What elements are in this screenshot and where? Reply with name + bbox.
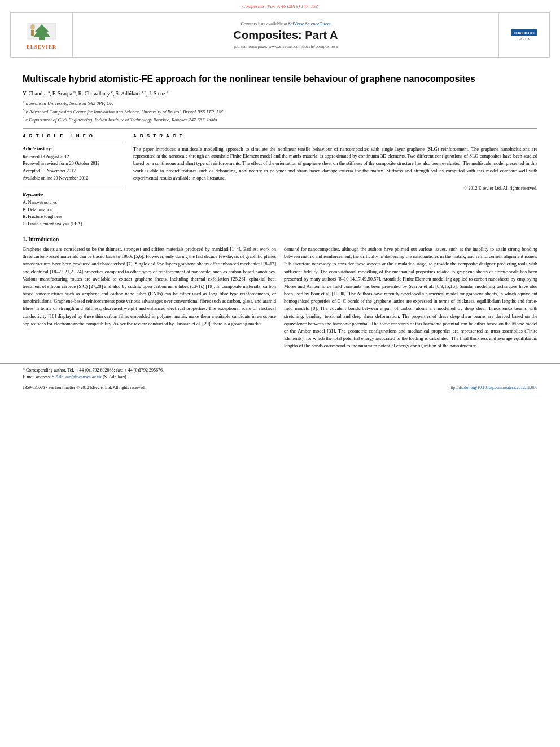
- intro-section: 1. Introduction Graphene sheets are cons…: [23, 236, 537, 350]
- article-content: Multiscale hybrid atomistic-FE approach …: [0, 58, 560, 355]
- abstract-section-header: A B S T R A C T: [133, 133, 537, 138]
- journal-homepage: journal homepage: www.elsevier.com/locat…: [234, 44, 338, 49]
- keywords-label: Keywords:: [23, 192, 124, 198]
- elsevier-logo-section: ELSEVIER: [11, 13, 73, 57]
- email-suffix: (S. Adhikari).: [103, 374, 128, 379]
- elsevier-tree-icon: [25, 20, 59, 43]
- svg-rect-3: [31, 30, 34, 36]
- footnote-text: * Corresponding author. Tel.: +44 (0)179…: [23, 367, 537, 381]
- intro-left-col: Graphene sheets are considered to be the…: [23, 246, 276, 350]
- article-title: Multiscale hybrid atomistic-FE approach …: [23, 73, 537, 85]
- journal-top-label: Composites: Part A 46 (2013) 147–153: [0, 0, 560, 10]
- sciverse-link[interactable]: SciVerse ScienceDirect: [288, 21, 331, 27]
- keywords-divider: [23, 186, 124, 186]
- article-info-section-header: A R T I C L E I N F O: [23, 133, 124, 138]
- accepted-date: Accepted 13 November 2012: [23, 168, 124, 175]
- article-history-label: Article history:: [23, 146, 124, 151]
- composites-logo-box: composites: [511, 29, 537, 36]
- composites-logo-section: composites PART A: [498, 13, 549, 57]
- article-info-divider: [23, 142, 124, 142]
- sciverse-line: Contents lists available at SciVerse Sci…: [241, 21, 331, 27]
- keyword-1: A. Nano-structures: [23, 199, 124, 207]
- abstract-col: A B S T R A C T The paper introduces a m…: [133, 133, 537, 228]
- keywords-section: Keywords: A. Nano-structures B. Delamina…: [23, 192, 124, 228]
- doi-line: http://dx.doi.org/10.1016/j.compositesa.…: [449, 385, 537, 390]
- divider-1: [23, 128, 537, 129]
- keyword-4: C. Finite element analysis (FEA): [23, 221, 124, 228]
- journal-header-center: Contents lists available at SciVerse Sci…: [73, 13, 498, 57]
- intro-section-title: 1. Introduction: [23, 236, 537, 242]
- footer-bottom: 1359-835X/$ - see front matter © 2012 El…: [23, 385, 537, 390]
- header-banner: ELSEVIER Contents lists available at Sci…: [10, 12, 550, 58]
- article-info-abstract: A R T I C L E I N F O Article history: R…: [23, 133, 537, 228]
- intro-two-col: Graphene sheets are considered to be the…: [23, 246, 537, 350]
- composites-logo-sub: PART A: [511, 37, 537, 41]
- intro-right-col: demand for nanocomposites, although the …: [284, 246, 537, 350]
- article-info-col: A R T I C L E I N F O Article history: R…: [23, 133, 124, 228]
- footer: * Corresponding author. Tel.: +44 (0)179…: [0, 363, 560, 394]
- email-link[interactable]: S.Adhikari@swansea.ac.uk: [52, 374, 102, 379]
- keyword-3: B. Fracture toughness: [23, 213, 124, 221]
- elsevier-text: ELSEVIER: [27, 44, 57, 50]
- received-date: Received 13 August 2012: [23, 154, 124, 161]
- journal-title-banner: Composites: Part A: [234, 29, 338, 42]
- abstract-divider: [133, 142, 537, 142]
- online-date: Available online 29 November 2012: [23, 175, 124, 182]
- copyright-line: © 2012 Elsevier Ltd. All rights reserved…: [133, 186, 537, 191]
- svg-point-2: [30, 24, 35, 30]
- email-label: E-mail address:: [23, 374, 51, 379]
- abstract-text: The paper introduces a multiscale modell…: [133, 146, 537, 182]
- doi-link[interactable]: http://dx.doi.org/10.1016/j.compositesa.…: [449, 385, 537, 390]
- intro-right-text: demand for nanocomposites, although the …: [284, 246, 537, 350]
- revised-date: Received in revised form 28 October 2012: [23, 160, 124, 168]
- authors-line: Y. Chandra a, F. Scarpa b, R. Chowdhury …: [23, 90, 537, 97]
- issn-line: 1359-835X/$ - see front matter © 2012 El…: [23, 385, 146, 390]
- intro-left-text: Graphene sheets are considered to be the…: [23, 246, 276, 327]
- page: Composites: Part A 46 (2013) 147–153 ELS…: [0, 0, 560, 747]
- affiliations: a a Swansea University, Swansea SA2 8PP,…: [23, 99, 537, 124]
- keyword-2: B. Delamination: [23, 207, 124, 214]
